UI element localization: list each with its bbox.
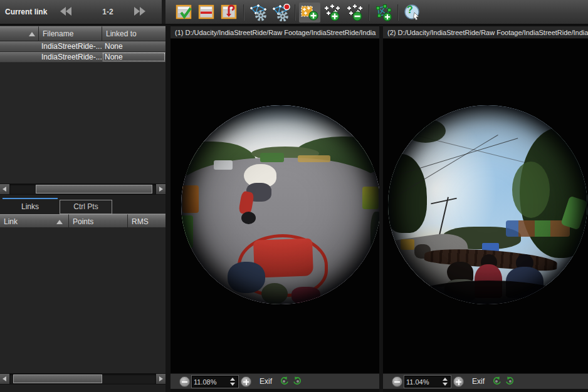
sort-ascending-icon bbox=[56, 220, 63, 224]
scroll-right-arrow[interactable] bbox=[156, 374, 165, 384]
row-index-cell bbox=[0, 52, 39, 62]
fisheye-photo-2[interactable] bbox=[388, 105, 587, 304]
scroll-left-arrow[interactable] bbox=[0, 374, 9, 384]
files-table-empty-area bbox=[0, 63, 165, 183]
toolbar-separator bbox=[295, 4, 296, 21]
viewer-1-title: (1) D:/Udacity/IndiaStreetRide/Raw Foota… bbox=[171, 26, 379, 39]
links-table-empty-area bbox=[0, 227, 165, 373]
files-horizontal-scrollbar bbox=[0, 183, 165, 195]
view-pair-validate-button[interactable] bbox=[174, 3, 195, 23]
viewer-1-canvas[interactable] bbox=[171, 39, 379, 373]
help-button[interactable]: ? bbox=[402, 3, 423, 23]
fisheye-photo-1[interactable] bbox=[181, 105, 379, 304]
link-navigator: Current link 1-2 bbox=[0, 0, 165, 24]
points-add-icon bbox=[323, 4, 342, 21]
rotate-cw-button[interactable] bbox=[505, 376, 516, 387]
scrollbar-track[interactable] bbox=[9, 374, 156, 384]
zoom-spin-down[interactable] bbox=[229, 382, 236, 387]
left-panel: Filename Linked to IndiaStreetRide-... N… bbox=[0, 25, 165, 392]
filename-cell: IndiaStreetRide-... bbox=[39, 41, 102, 51]
exif-label: Exif bbox=[472, 377, 485, 386]
files-sort-column-header[interactable] bbox=[0, 26, 39, 41]
zoom-spin-up[interactable] bbox=[229, 376, 236, 381]
view-flip-vertical-button[interactable] bbox=[219, 3, 240, 23]
toolbar-separator bbox=[397, 4, 399, 21]
toolbar-separator bbox=[243, 4, 244, 21]
zoom-level-input[interactable] bbox=[194, 376, 226, 387]
zoom-in-button[interactable] bbox=[453, 376, 464, 387]
tab-links[interactable]: Links bbox=[3, 198, 58, 214]
linked-to-column-header[interactable]: Linked to bbox=[102, 26, 165, 41]
file-row-2[interactable]: IndiaStreetRide-... None bbox=[0, 52, 165, 63]
linked-to-cell-focused: None bbox=[102, 52, 165, 62]
mesh-gear-icon bbox=[249, 4, 268, 21]
window-varrow-icon bbox=[221, 4, 238, 21]
current-link-label: Current link bbox=[5, 8, 47, 16]
auto-detect-control-points-button[interactable] bbox=[248, 3, 269, 23]
add-control-points-button[interactable] bbox=[322, 3, 343, 23]
toolbar-buttons: ? bbox=[173, 2, 424, 23]
add-link-button[interactable] bbox=[373, 3, 394, 23]
zoom-out-button[interactable] bbox=[179, 376, 190, 387]
tab-ctrl-pts[interactable]: Ctrl Pts bbox=[60, 200, 112, 214]
file-row-1[interactable]: IndiaStreetRide-... None bbox=[0, 41, 165, 52]
zoom-level-field bbox=[192, 376, 238, 388]
rotate-cw-button[interactable] bbox=[292, 376, 303, 387]
link-range-label: 1-2 bbox=[89, 8, 127, 16]
row-index-cell bbox=[0, 41, 39, 51]
lower-tabs: Links Ctrl Pts bbox=[0, 198, 165, 214]
toolbar-separator bbox=[369, 4, 370, 21]
double-right-arrow-icon bbox=[132, 6, 147, 16]
lens-vignette bbox=[181, 105, 379, 304]
filename-column-header[interactable]: Filename bbox=[39, 26, 102, 41]
sort-ascending-icon bbox=[29, 32, 35, 36]
zone-add-points-icon bbox=[300, 4, 319, 21]
add-points-in-zone-button[interactable] bbox=[299, 3, 320, 23]
zoom-out-button[interactable] bbox=[392, 376, 402, 387]
view-split-horizontal-button[interactable] bbox=[196, 3, 218, 23]
zoom-level-input[interactable] bbox=[406, 376, 439, 387]
rotate-ccw-icon bbox=[491, 376, 501, 386]
zoom-spin-up[interactable] bbox=[442, 376, 449, 381]
points-remove-icon bbox=[345, 4, 364, 21]
image-viewer-2: (2) D:/Udacity/IndiaStreetRide/Raw Foota… bbox=[383, 25, 588, 392]
viewer-2-canvas[interactable] bbox=[383, 39, 588, 373]
toolbar: Current link 1-2 bbox=[0, 0, 588, 25]
viewer-2-footer: Exif bbox=[383, 373, 588, 389]
exif-label: Exif bbox=[260, 377, 272, 386]
viewer-2-title: (2) D:/Udacity/IndiaStreetRide/Raw Foota… bbox=[383, 26, 588, 39]
zoom-spin-down[interactable] bbox=[442, 382, 449, 387]
linked-to-cell: None bbox=[102, 41, 165, 51]
rotate-ccw-button[interactable] bbox=[278, 376, 290, 387]
scrollbar-thumb[interactable] bbox=[13, 374, 102, 383]
mesh-gear-reddot-icon bbox=[271, 4, 290, 21]
scroll-right-arrow[interactable] bbox=[156, 184, 165, 194]
question-glyph: ? bbox=[407, 4, 413, 16]
scroll-left-arrow[interactable] bbox=[0, 184, 9, 194]
remove-control-points-button[interactable] bbox=[344, 3, 365, 23]
rotate-ccw-icon bbox=[279, 376, 289, 386]
links-horizontal-scrollbar bbox=[0, 373, 165, 384]
rotate-cw-icon bbox=[293, 376, 303, 386]
window-check-icon bbox=[176, 4, 193, 21]
scrollbar-thumb[interactable] bbox=[36, 185, 152, 193]
window-hsplit-icon bbox=[198, 4, 216, 21]
double-left-arrow-icon bbox=[58, 6, 73, 16]
image-viewer-1: (1) D:/Udacity/IndiaStreetRide/Raw Foota… bbox=[171, 25, 379, 392]
viewer-1-footer: Exif bbox=[171, 373, 379, 389]
auto-detect-control-points-alt-button[interactable] bbox=[270, 3, 291, 23]
lens-vignette bbox=[388, 105, 587, 304]
files-table-header: Filename Linked to bbox=[0, 26, 165, 41]
next-link-button[interactable] bbox=[132, 6, 148, 18]
scrollbar-track[interactable] bbox=[9, 184, 156, 194]
previous-link-button[interactable] bbox=[58, 6, 74, 18]
zoom-in-button[interactable] bbox=[241, 376, 251, 387]
graph-add-icon bbox=[374, 4, 393, 21]
rotate-ccw-button[interactable] bbox=[491, 376, 502, 387]
zoom-level-field bbox=[404, 376, 451, 388]
rotate-cw-icon bbox=[505, 376, 515, 386]
filename-cell: IndiaStreetRide-... bbox=[39, 52, 102, 62]
